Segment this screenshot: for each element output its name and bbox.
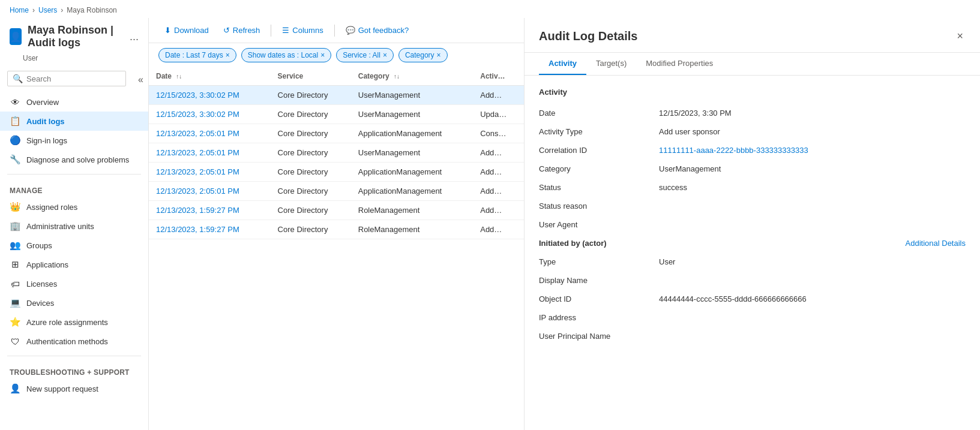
more-options-button[interactable]: ... [130,31,139,43]
sidebar-item-groups[interactable]: 👥Groups [0,236,148,255]
sidebar-header: 👤 Maya Robinson | Audit logs ... [0,18,148,54]
sidebar-item-admin-units[interactable]: 🏢Administrative units [0,216,148,236]
sidebar-item-licenses[interactable]: 🏷Licenses [0,274,148,293]
show-dates-filter-close-icon[interactable]: × [320,51,325,59]
tab-activity[interactable]: Activity [539,53,586,75]
service-filter-close-icon[interactable]: × [383,51,387,59]
actor-field-row: Type User [539,252,966,271]
sidebar-item-label: Authentication methods [26,337,108,346]
table-row[interactable]: 12/13/2023, 2:05:01 PM Core Directory Ap… [149,124,524,143]
detail-field-row: Category UserManagement [539,160,966,178]
show-dates-filter-chip[interactable]: Show dates as : Local × [241,48,331,62]
detail-field-row: Correlation ID 11111111-aaaa-2222-bbbb-3… [539,141,966,160]
breadcrumb-users[interactable]: Users [38,6,57,14]
show-dates-filter-label: Show dates as : Local [248,51,318,59]
new-support-icon: 👤 [10,383,20,394]
cell-activity: Add… [473,86,524,105]
cell-date: 12/13/2023, 2:05:01 PM [149,143,271,163]
detail-field-label: Category [539,164,659,173]
diagnose-icon: 🔧 [10,154,20,165]
sidebar-item-diagnose[interactable]: 🔧Diagnose and solve problems [0,150,148,169]
col-date[interactable]: Date ↑↓ [149,67,271,86]
cell-date: 12/13/2023, 2:05:01 PM [149,124,271,143]
feedback-button[interactable]: 💬 Got feedback? [340,23,415,38]
search-input[interactable] [26,74,121,83]
azure-roles-icon: ⭐ [10,317,20,327]
toolbar-separator [271,25,271,37]
detail-field-row: Status success [539,178,966,197]
audit-table: Date ↑↓ Service Category ↑↓ Activ… 12/15… [149,67,524,239]
sidebar-item-label: Overview [26,98,59,107]
date-filter-label: Date : Last 7 days [165,51,223,59]
close-detail-button[interactable]: × [954,28,966,45]
cell-service: Core Directory [271,182,351,201]
actor-row: Initiated by (actor) Additional Details [539,234,966,252]
sign-in-logs-icon: 🔵 [10,135,20,146]
sidebar-item-label: Diagnose and solve problems [26,155,129,164]
actor-field-row: Object ID 44444444-cccc-5555-dddd-666666… [539,290,966,308]
sidebar-item-devices[interactable]: 💻Devices [0,293,148,312]
table-row[interactable]: 12/15/2023, 3:30:02 PM Core Directory Us… [149,86,524,105]
detail-field-row: Activity Type Add user sponsor [539,122,966,141]
actor-field-value: User [659,257,966,266]
table-body: 12/15/2023, 3:30:02 PM Core Directory Us… [149,86,524,239]
category-sort-icon: ↑↓ [394,73,400,80]
cell-category: RoleManagement [351,201,473,220]
feedback-label: Got feedback? [358,26,409,35]
service-filter-label: Service : All [343,51,380,59]
detail-field-label: Status [539,183,659,192]
category-filter-close-icon[interactable]: × [437,51,441,59]
sidebar-item-label: Administrative units [26,222,94,231]
cell-category: ApplicationManagement [351,163,473,182]
table-row[interactable]: 12/13/2023, 2:05:01 PM Core Directory Ap… [149,163,524,182]
sidebar-item-applications[interactable]: ⊞Applications [0,255,148,274]
detail-field-row: Status reason [539,197,966,215]
category-filter-chip[interactable]: Category × [398,48,448,62]
search-box[interactable]: 🔍 [7,71,126,86]
detail-fields: Date 12/15/2023, 3:30 PM Activity Type A… [539,104,966,234]
manage-section-label: Manage [0,179,148,197]
additional-details-link[interactable]: Additional Details [906,239,966,248]
table-row[interactable]: 12/13/2023, 1:59:27 PM Core Directory Ro… [149,220,524,239]
sidebar-item-new-support[interactable]: 👤New support request [0,379,148,398]
table-row[interactable]: 12/13/2023, 2:05:01 PM Core Directory Us… [149,143,524,163]
table-row[interactable]: 12/13/2023, 2:05:01 PM Core Directory Ap… [149,182,524,201]
columns-button[interactable]: ☰ Columns [276,23,329,38]
sidebar-item-azure-roles[interactable]: ⭐Azure role assignments [0,312,148,332]
cell-activity: Add… [473,220,524,239]
sidebar-item-sign-in-logs[interactable]: 🔵Sign-in logs [0,131,148,150]
overview-icon: 👁 [10,97,20,107]
detail-field-value[interactable]: 11111111-aaaa-2222-bbbb-333333333333 [659,146,966,155]
detail-field-label: User Agent [539,220,659,229]
breadcrumb-home[interactable]: Home [10,6,29,14]
sidebar-item-auth-methods[interactable]: 🛡Authentication methods [0,332,148,351]
download-button[interactable]: ⬇ Download [158,23,215,38]
page-title: Maya Robinson | Audit logs [28,24,124,49]
sidebar-item-overview[interactable]: 👁Overview [0,92,148,112]
detail-field-label: Activity Type [539,127,659,136]
download-label: Download [174,26,209,35]
collapse-button[interactable]: « [133,73,148,86]
table-row[interactable]: 12/13/2023, 1:59:27 PM Core Directory Ro… [149,201,524,220]
actor-field-row: User Principal Name [539,327,966,345]
date-filter-close-icon[interactable]: × [226,51,230,59]
sidebar-item-audit-logs[interactable]: 📋Audit logs [0,112,148,131]
detail-field-row: Date 12/15/2023, 3:30 PM [539,104,966,122]
groups-icon: 👥 [10,240,20,251]
cell-activity: Cons… [473,124,524,143]
service-filter-chip[interactable]: Service : All × [336,48,394,62]
col-category[interactable]: Category ↑↓ [351,67,473,86]
tab-modified-properties[interactable]: Modified Properties [636,53,723,75]
sidebar: 👤 Maya Robinson | Audit logs ... User 🔍 … [0,18,149,430]
toolbar-separator-2 [334,25,335,37]
table-row[interactable]: 12/15/2023, 3:30:02 PM Core Directory Us… [149,105,524,124]
sidebar-item-label: Applications [26,260,68,269]
date-filter-chip[interactable]: Date : Last 7 days × [158,48,236,62]
cell-activity: Add… [473,143,524,163]
sidebar-item-assigned-roles[interactable]: 👑Assigned roles [0,197,148,216]
refresh-button[interactable]: ↺ Refresh [217,23,266,38]
tab-targets[interactable]: Target(s) [586,53,636,75]
cell-service: Core Directory [271,220,351,239]
cell-date: 12/13/2023, 2:05:01 PM [149,163,271,182]
audit-logs-icon: 📋 [10,116,20,127]
